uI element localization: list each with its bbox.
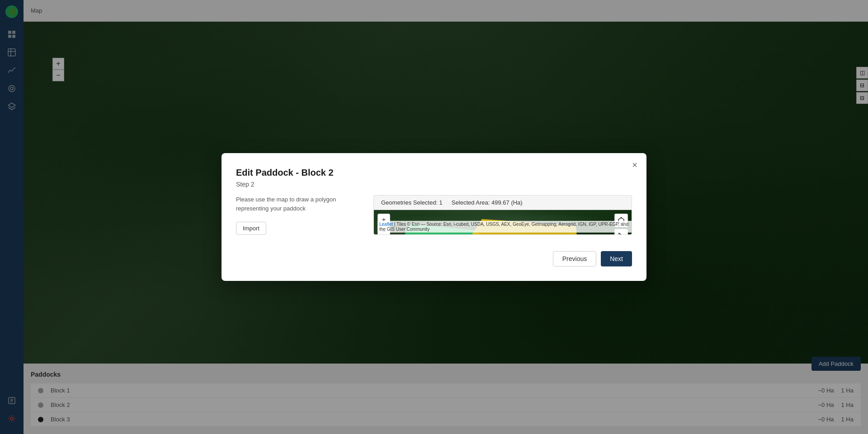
selected-area: Selected Area: 499.67 (Ha)	[452, 199, 523, 206]
previous-button[interactable]: Previous	[553, 251, 596, 266]
modal-title: Edit Paddock - Block 2	[236, 168, 632, 178]
esri-attribution: | Tiles © Esri — Source: Esri, i-cubed, …	[379, 222, 628, 232]
leaflet-link[interactable]: Leaflet	[379, 222, 393, 227]
modal-close-button[interactable]: ×	[632, 160, 637, 169]
import-button[interactable]: Import	[236, 222, 266, 235]
modal-footer: Previous Next	[236, 244, 632, 266]
modal-overlay: × Edit Paddock - Block 2 Step 2 Please u…	[0, 0, 868, 434]
modal-body: Please use the map to draw a polygon rep…	[236, 195, 632, 235]
modal-map-container[interactable]: + −	[373, 210, 632, 235]
modal-description: Please use the map to draw a polygon rep…	[236, 195, 363, 213]
map-attribution: Leaflet | Tiles © Esri — Source: Esri, i…	[377, 221, 632, 233]
modal-step: Step 2	[236, 181, 632, 188]
edit-paddock-modal: × Edit Paddock - Block 2 Step 2 Please u…	[222, 153, 646, 281]
svg-point-18	[621, 217, 622, 219]
next-button[interactable]: Next	[601, 251, 632, 266]
geometries-selected: Geometries Selected: 1	[381, 199, 443, 206]
modal-map-panel: Geometries Selected: 1 Selected Area: 49…	[373, 195, 632, 235]
modal-left-panel: Please use the map to draw a polygon rep…	[236, 195, 363, 235]
map-info-bar: Geometries Selected: 1 Selected Area: 49…	[373, 195, 632, 210]
